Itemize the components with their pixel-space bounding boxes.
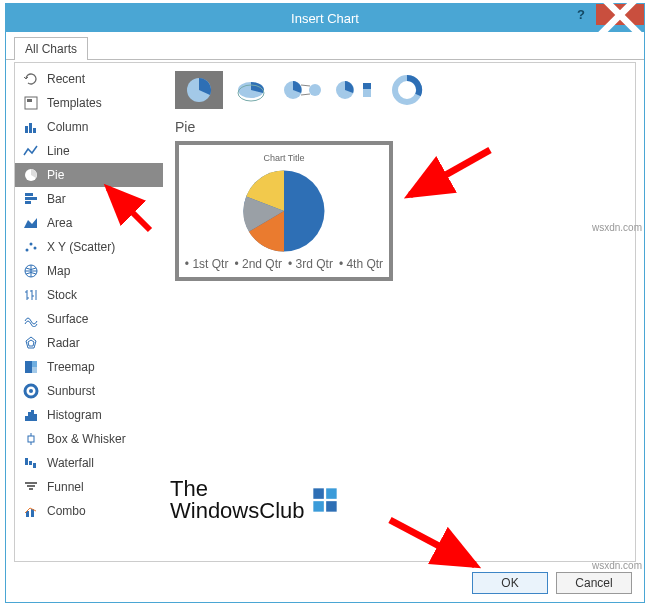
svg-rect-24 <box>28 436 34 442</box>
windowsclub-logo-icon <box>311 486 339 514</box>
svg-rect-21 <box>28 412 31 421</box>
chart-preview[interactable]: Chart Title 1st Qtr 2nd Qtr 3rd Qtr 4th … <box>175 141 393 281</box>
dialog-title: Insert Chart <box>291 11 359 26</box>
credit-text: wsxdn.com <box>592 560 642 571</box>
sidebar-item-label: Histogram <box>47 408 102 422</box>
sidebar-item-recent[interactable]: Recent <box>15 67 163 91</box>
sidebar-item-label: Pie <box>47 168 64 182</box>
subtype-bar-of-pie[interactable] <box>331 71 379 109</box>
watermark-text: WindowsClub <box>170 500 305 522</box>
svg-rect-20 <box>25 416 28 421</box>
sidebar-item-label: Sunburst <box>47 384 95 398</box>
help-button[interactable]: ? <box>566 4 596 25</box>
sidebar-item-label: Combo <box>47 504 86 518</box>
svg-line-40 <box>301 85 310 86</box>
svg-rect-27 <box>25 458 28 465</box>
sidebar-item-histogram[interactable]: Histogram <box>15 403 163 427</box>
sidebar-item-area[interactable]: Area <box>15 211 163 235</box>
svg-point-39 <box>309 84 321 96</box>
area-icon <box>23 215 39 231</box>
cancel-button[interactable]: Cancel <box>556 572 632 594</box>
svg-rect-52 <box>313 501 324 512</box>
svg-rect-7 <box>25 197 37 200</box>
sidebar-item-treemap[interactable]: Treemap <box>15 355 163 379</box>
sunburst-icon <box>23 383 39 399</box>
subtype-pie-3d[interactable] <box>227 71 275 109</box>
ok-button[interactable]: OK <box>472 572 548 594</box>
svg-point-9 <box>26 249 29 252</box>
tab-all-charts[interactable]: All Charts <box>14 37 88 60</box>
sidebar-item-label: Box & Whisker <box>47 432 126 446</box>
recent-icon <box>23 71 39 87</box>
svg-rect-3 <box>29 123 32 133</box>
sidebar-item-bar[interactable]: Bar <box>15 187 163 211</box>
sidebar-item-radar[interactable]: Radar <box>15 331 163 355</box>
svg-point-10 <box>30 243 33 246</box>
svg-rect-23 <box>34 414 37 421</box>
sidebar-item-label: Bar <box>47 192 66 206</box>
sidebar-item-label: Treemap <box>47 360 95 374</box>
svg-rect-0 <box>25 97 37 109</box>
preview-chart-title: Chart Title <box>263 153 304 163</box>
svg-rect-22 <box>31 410 34 421</box>
sidebar-item-label: Surface <box>47 312 88 326</box>
sidebar-item-line[interactable]: Line <box>15 139 163 163</box>
svg-point-19 <box>29 389 33 393</box>
sidebar-item-combo[interactable]: Combo <box>15 499 163 523</box>
svg-rect-17 <box>32 367 37 373</box>
subtype-doughnut[interactable] <box>383 71 431 109</box>
svg-rect-29 <box>33 463 36 468</box>
svg-rect-53 <box>326 501 337 512</box>
svg-rect-8 <box>25 201 31 204</box>
sidebar-item-scatter[interactable]: X Y (Scatter) <box>15 235 163 259</box>
svg-rect-15 <box>25 361 32 373</box>
preview-legend: 1st Qtr 2nd Qtr 3rd Qtr 4th Qtr <box>185 257 383 271</box>
svg-line-41 <box>301 94 310 95</box>
watermark: The WindowsClub <box>170 478 339 522</box>
sidebar-item-label: Templates <box>47 96 102 110</box>
sidebar-item-label: Map <box>47 264 70 278</box>
sidebar-item-waterfall[interactable]: Waterfall <box>15 451 163 475</box>
svg-rect-30 <box>25 482 37 484</box>
radar-icon <box>23 335 39 351</box>
sidebar-item-map[interactable]: Map <box>15 259 163 283</box>
close-button[interactable] <box>596 4 644 25</box>
svg-rect-1 <box>27 99 32 102</box>
svg-rect-6 <box>25 193 33 196</box>
histogram-icon <box>23 407 39 423</box>
titlebar: Insert Chart ? <box>6 4 644 32</box>
column-icon <box>23 119 39 135</box>
sidebar-item-templates[interactable]: Templates <box>15 91 163 115</box>
sidebar-item-label: Waterfall <box>47 456 94 470</box>
waterfall-icon <box>23 455 39 471</box>
sidebar-item-label: Recent <box>47 72 85 86</box>
sidebar-item-surface[interactable]: Surface <box>15 307 163 331</box>
sidebar-item-boxwhisker[interactable]: Box & Whisker <box>15 427 163 451</box>
tabstrip: All Charts <box>6 36 644 60</box>
preview-pie-icon <box>239 166 329 256</box>
svg-rect-50 <box>313 488 324 499</box>
subtype-pie[interactable] <box>175 71 223 109</box>
chart-category-list: Recent Templates Column Line Pie Bar Are… <box>15 63 163 561</box>
sidebar-item-stock[interactable]: Stock <box>15 283 163 307</box>
sidebar-item-label: Stock <box>47 288 77 302</box>
treemap-icon <box>23 359 39 375</box>
subtype-label: Pie <box>175 119 623 135</box>
sidebar-item-sunburst[interactable]: Sunburst <box>15 379 163 403</box>
combo-icon <box>23 503 39 519</box>
sidebar-item-funnel[interactable]: Funnel <box>15 475 163 499</box>
credit-text: wsxdn.com <box>592 222 642 233</box>
templates-icon <box>23 95 39 111</box>
sidebar-item-label: Radar <box>47 336 80 350</box>
svg-rect-2 <box>25 126 28 133</box>
subtype-pie-of-pie[interactable] <box>279 71 327 109</box>
line-icon <box>23 143 39 159</box>
sidebar-item-label: Area <box>47 216 72 230</box>
sidebar-item-column[interactable]: Column <box>15 115 163 139</box>
map-icon <box>23 263 39 279</box>
pie-icon <box>23 167 39 183</box>
sidebar-item-label: X Y (Scatter) <box>47 240 115 254</box>
pie-subtype-row <box>175 71 623 109</box>
sidebar-item-pie[interactable]: Pie <box>15 163 163 187</box>
sidebar-item-label: Funnel <box>47 480 84 494</box>
